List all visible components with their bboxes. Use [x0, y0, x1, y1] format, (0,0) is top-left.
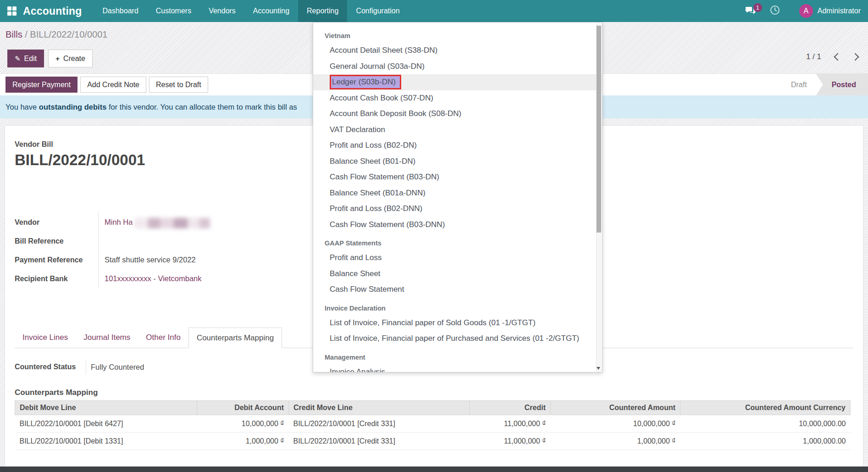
col-credit: Credit — [470, 401, 551, 415]
col-credit-move-line: Credit Move Line — [289, 401, 470, 415]
menu-section-gaap: GAAP Statements — [313, 236, 602, 250]
menu-scrollbar-thumb[interactable] — [597, 26, 601, 233]
menu-item-gaap-cash-flow[interactable]: Cash Flow Statement — [313, 282, 602, 298]
table-row[interactable]: BILL/2022/10/0001 [Debit 6427] 10,000,00… — [15, 415, 851, 433]
menu-item-balance-sheet-b01a-dnn[interactable]: Balance Sheet (B01a-DNN) — [313, 185, 602, 201]
breadcrumb: Bills / BILL/2022/10/0001 — [6, 29, 107, 40]
menu-item-vat-declaration[interactable]: VAT Declaration — [313, 122, 602, 138]
tab-counterparts-mapping[interactable]: Counterparts Mapping — [188, 328, 282, 348]
menu-item-account-bank-deposit-book[interactable]: Account Bank Deposit Book (S08-DN) — [313, 106, 602, 122]
field-bill-reference: Bill Reference — [15, 232, 363, 250]
nav-item-configuration[interactable]: Configuration — [347, 0, 408, 22]
reset-to-draft-button[interactable]: Reset to Draft — [149, 77, 208, 93]
vendor-link[interactable]: Minh Ha — [105, 218, 133, 227]
state-posted[interactable]: Posted — [816, 74, 868, 95]
nav-item-vendors[interactable]: Vendors — [200, 0, 244, 22]
apps-menu-icon[interactable] — [7, 6, 17, 16]
breadcrumb-bills-link[interactable]: Bills — [6, 29, 22, 39]
pager-next-icon[interactable] — [851, 53, 859, 61]
menu-section-invoice-declaration: Invoice Declaration — [313, 301, 602, 315]
pager-previous-icon[interactable] — [834, 53, 842, 61]
plus-icon: + — [55, 55, 60, 62]
tab-other-info[interactable]: Other Info — [138, 328, 188, 348]
menu-item-gaap-balance-sheet[interactable]: Balance Sheet — [313, 266, 602, 282]
scroll-down-arrow-icon[interactable] — [597, 367, 600, 370]
breadcrumb-current: BILL/2022/10/0001 — [30, 29, 107, 39]
top-navbar: Accounting Dashboard Customers Vendors A… — [0, 0, 868, 22]
tab-journal-items[interactable]: Journal Items — [76, 328, 138, 348]
col-countered-amount: Countered Amount — [551, 401, 680, 415]
menu-item-profit-and-loss-b02-dn[interactable]: Profit and Loss (B02-DN) — [313, 138, 602, 154]
field-vendor: Vendor Minh Ha — [15, 213, 363, 232]
field-payment-reference: Payment Reference Staff shuttle service … — [15, 250, 363, 269]
menu-item-balance-sheet-b01-dn[interactable]: Balance Sheet (B01-DN) — [313, 154, 602, 170]
nav-item-customers[interactable]: Customers — [147, 0, 200, 22]
menu-item-general-journal[interactable]: General Journal (S03a-DN) — [313, 59, 602, 75]
document-type-label: Vendor Bill — [15, 140, 53, 149]
menu-item-cash-flow-b03-dn[interactable]: Cash Flow Statement (B03-DN) — [313, 169, 602, 185]
menu-item-account-cash-book[interactable]: Account Cash Book (S07-DN) — [313, 90, 602, 106]
app-title: Accounting — [23, 5, 94, 17]
add-credit-note-button[interactable]: Add Credit Note — [80, 77, 146, 93]
menu-item-list-invoice-purchased[interactable]: List of Invoice, Financial paper of Purc… — [313, 331, 602, 347]
user-avatar[interactable]: A — [799, 4, 813, 18]
menu-scrollbar-track[interactable] — [596, 23, 602, 372]
nav-menu: Dashboard Customers Vendors Accounting R… — [94, 0, 409, 22]
breadcrumb-separator: / — [25, 29, 28, 39]
tab-invoice-lines[interactable]: Invoice Lines — [15, 328, 76, 348]
countered-status-value: Fully Countered — [86, 363, 144, 372]
document-title: BILL/2022/10/0001 — [15, 151, 145, 169]
user-name[interactable]: Administrator — [818, 7, 861, 15]
nav-item-reporting[interactable]: Reporting — [298, 0, 347, 22]
messages-icon[interactable]: 1 — [745, 6, 756, 16]
menu-item-cash-flow-b03-dnn[interactable]: Cash Flow Statement (B03-DNN) — [313, 217, 602, 233]
state-widget: Draft Posted — [782, 74, 868, 95]
menu-item-account-detail-sheet[interactable]: Account Detail Sheet (S38-DN) — [313, 43, 602, 59]
menu-item-profit-and-loss-b02-dnn[interactable]: Profit and Loss (B02-DNN) — [313, 201, 602, 217]
nav-item-dashboard[interactable]: Dashboard — [94, 0, 147, 22]
edit-button[interactable]: ✎Edit — [7, 50, 44, 67]
create-button[interactable]: +Create — [48, 50, 93, 67]
table-header-row: Debit Move Line Debit Account Credit Mov… — [15, 401, 851, 415]
recipient-bank-link[interactable]: 101xxxxxxxxx - Vietcombank — [105, 274, 202, 283]
menu-item-list-invoice-sold-goods[interactable]: List of Invoice, Financial paper of Sold… — [313, 315, 602, 331]
menu-section-management: Management — [313, 350, 602, 364]
countered-status-field: Countered Status Fully Countered — [15, 359, 271, 375]
nav-item-accounting[interactable]: Accounting — [244, 0, 298, 22]
menu-item-gaap-profit-and-loss[interactable]: Profit and Loss — [313, 250, 602, 266]
field-recipient-bank: Recipient Bank 101xxxxxxxxx - Vietcomban… — [15, 269, 363, 288]
field-group: Vendor Minh Ha Bill Reference Payment Re… — [15, 213, 363, 288]
col-countered-amount-currency: Countered Amount Currency — [680, 401, 851, 415]
register-payment-button[interactable]: Register Payment — [6, 77, 77, 93]
ledger-highlight-box: Ledger (S03b-DN) — [330, 75, 401, 89]
pager: 1 / 1 — [806, 52, 858, 61]
table-row[interactable]: BILL/2022/10/0001 [Debit 1331] 1,000,000… — [15, 433, 851, 450]
redacted-blur — [134, 213, 210, 232]
menu-item-invoice-analysis[interactable]: Invoice Analysis — [313, 364, 602, 373]
messages-count-badge: 1 — [753, 3, 762, 12]
menu-item-ledger[interactable]: Ledger (S03b-DN) — [313, 74, 602, 90]
pager-value: 1 / 1 — [806, 52, 821, 61]
col-debit-account: Debit Account — [197, 401, 289, 415]
menu-section-vietnam: Vietnam — [313, 29, 602, 43]
reporting-dropdown-menu: Vietnam Account Detail Sheet (S38-DN) Ge… — [313, 22, 603, 372]
counterparts-mapping-heading: Counterparts Mapping — [15, 388, 98, 397]
pencil-icon: ✎ — [15, 55, 21, 63]
activities-clock-icon[interactable] — [770, 5, 780, 17]
col-debit-move-line: Debit Move Line — [15, 401, 197, 415]
counterparts-mapping-table: Debit Move Line Debit Account Credit Mov… — [15, 400, 851, 450]
state-draft[interactable]: Draft — [782, 74, 816, 95]
bottom-strip — [0, 466, 868, 472]
